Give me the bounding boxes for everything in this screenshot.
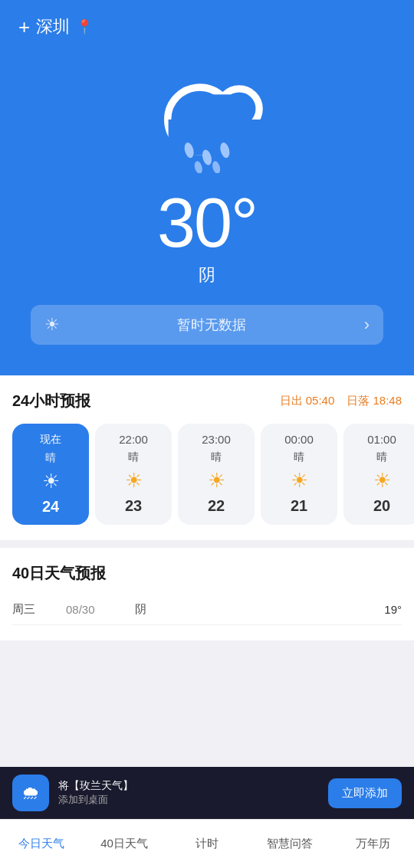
- hourly-forecast-section: 24小时预报 日出 05:40 日落 18:48 现在 晴 ☀ 24 22:00…: [0, 375, 414, 540]
- hour-label: 22:00: [119, 433, 148, 446]
- hourly-card[interactable]: 23:00 晴 ☀ 22: [178, 424, 255, 525]
- sun-times: 日出 05:40 日落 18:48: [280, 394, 402, 408]
- nav-item-今日天气[interactable]: 今日天气: [0, 820, 83, 868]
- hour-weather: 晴: [211, 450, 222, 464]
- hour-weather: 晴: [128, 450, 139, 464]
- toast-line1: 将【玫兰天气】: [58, 779, 319, 793]
- svg-point-8: [211, 160, 221, 173]
- hour-sun-icon: ☀: [125, 469, 143, 493]
- hour-sun-icon: ☀: [291, 469, 308, 493]
- hour-temp: 22: [208, 497, 225, 515]
- toast-text: 将【玫兰天气】 添加到桌面: [58, 779, 319, 807]
- weather-description: 阴: [199, 264, 215, 287]
- svg-rect-3: [203, 94, 245, 120]
- nav-item-40日天气[interactable]: 40日天气: [83, 820, 166, 868]
- hourly-card[interactable]: 现在 晴 ☀ 24: [12, 424, 89, 525]
- forty-day-title: 40日天气预报: [12, 563, 402, 584]
- hour-weather: 晴: [45, 451, 56, 465]
- aqi-sun-icon: ☀: [44, 315, 60, 335]
- nav-item-计时[interactable]: 计时: [166, 820, 248, 868]
- hour-sun-icon: ☀: [208, 469, 225, 493]
- weather-illustration: [130, 58, 284, 181]
- hour-weather: 晴: [294, 450, 304, 464]
- city-name: 深圳: [36, 15, 70, 38]
- hour-now-label: 现在: [40, 433, 61, 447]
- sunrise-time: 日出 05:40: [280, 394, 335, 408]
- add-to-home-button[interactable]: 立即添加: [328, 778, 402, 808]
- daily-date: 08/30: [66, 603, 135, 616]
- hour-label: 23:00: [202, 433, 231, 446]
- daily-day: 周三: [12, 602, 66, 617]
- hour-sun-icon: ☀: [373, 469, 391, 493]
- add-city-icon[interactable]: +: [18, 17, 30, 37]
- hour-temp: 20: [373, 497, 390, 515]
- hour-sun-icon: ☀: [42, 470, 60, 493]
- temperature-display: 30°: [157, 188, 257, 257]
- hourly-card[interactable]: 01:00 晴 ☀ 20: [343, 424, 414, 525]
- nav-item-万年历[interactable]: 万年历: [331, 820, 414, 868]
- hour-temp: 21: [291, 497, 307, 515]
- toast-line2: 添加到桌面: [58, 793, 319, 807]
- svg-rect-2: [169, 120, 261, 156]
- hero-section: + 深圳 📍 30° 阴 ☀ 暂时无数据 ›: [0, 0, 414, 375]
- hour-label: 01:00: [367, 433, 396, 446]
- location-icon: 📍: [76, 18, 93, 35]
- bottom-navigation: 今日天气40日天气计时智慧问答万年历: [0, 819, 414, 868]
- hour-weather: 晴: [376, 450, 387, 464]
- hourly-title: 24小时预报: [12, 391, 90, 411]
- hour-temp: 24: [42, 498, 59, 516]
- hourly-scroll-container[interactable]: 现在 晴 ☀ 24 22:00 晴 ☀ 23 23:00 晴 ☀ 22 00:0…: [12, 424, 414, 525]
- hourly-header: 24小时预报 日出 05:40 日落 18:48: [12, 391, 414, 411]
- svg-point-7: [193, 160, 203, 173]
- daily-row: 周三 08/30 阴 19°: [12, 594, 402, 625]
- hourly-card[interactable]: 22:00 晴 ☀ 23: [95, 424, 172, 525]
- toast-banner: 🌧 将【玫兰天气】 添加到桌面 立即添加: [0, 767, 414, 819]
- daily-desc: 阴: [135, 602, 384, 617]
- hourly-card[interactable]: 00:00 晴 ☀ 21: [261, 424, 337, 525]
- hero-top-bar: + 深圳 📍: [18, 15, 396, 38]
- forty-day-section: 40日天气预报 周三 08/30 阴 19°: [0, 548, 414, 640]
- aqi-arrow-icon: ›: [364, 315, 370, 335]
- hour-temp: 23: [125, 497, 142, 515]
- sunset-time: 日落 18:48: [347, 394, 402, 408]
- aqi-text: 暂时无数据: [177, 316, 246, 334]
- hour-label: 00:00: [284, 433, 314, 446]
- aqi-bar[interactable]: ☀ 暂时无数据 ›: [31, 305, 383, 345]
- toast-icon: 🌧: [12, 775, 49, 811]
- nav-item-智慧问答[interactable]: 智慧问答: [248, 820, 331, 868]
- daily-temp: 19°: [384, 603, 402, 616]
